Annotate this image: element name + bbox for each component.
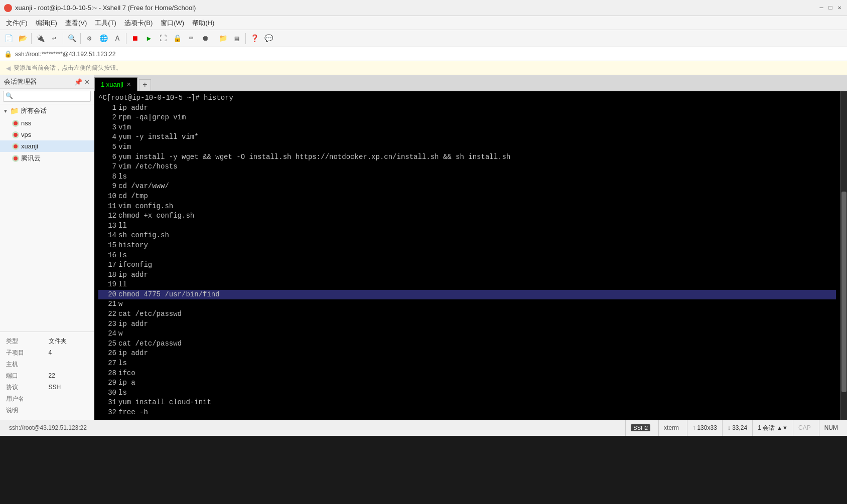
info-row-host: 主机 — [5, 359, 89, 370]
tab-xuanji[interactable]: 1 xuanji ✕ — [94, 77, 137, 91]
terminal-button[interactable]: ▤ — [230, 32, 243, 45]
xterm-badge: xterm — [664, 424, 679, 431]
info-row-protocol: 协议 SSH — [5, 382, 89, 393]
new-file-button[interactable]: 📄 — [2, 32, 15, 45]
toolbar-sep-1 — [31, 33, 32, 44]
sidebar-item-vps[interactable]: vps — [0, 129, 94, 140]
line-command: w — [118, 299, 122, 309]
menu-file[interactable]: 文件(F) — [2, 18, 32, 29]
line-command: ll — [118, 280, 127, 290]
terminal[interactable]: ^C[root@ip-10-0-10-5 ~]# history 1ip add… — [94, 91, 840, 420]
line-number: 10 — [98, 192, 116, 202]
menu-view[interactable]: 查看(V) — [61, 18, 91, 29]
line-command: ip addr — [118, 270, 148, 280]
xuanji-session-icon — [12, 143, 19, 150]
terminal-line-29: 29ip a — [98, 378, 836, 388]
close-button[interactable]: ✕ — [836, 5, 843, 12]
sidebar-item-xuanji[interactable]: xuanji — [0, 140, 94, 152]
record-button[interactable]: ⏺ — [199, 32, 212, 45]
sidebar: 会话管理器 📌 ✕ ▼ 📁 所有会话 nss — [0, 75, 94, 420]
line-number: 1 — [98, 103, 116, 113]
terminal-line-5: 5vim — [98, 142, 836, 152]
scrollbar[interactable] — [840, 91, 847, 420]
all-sessions-label: 所有会话 — [21, 106, 47, 115]
sidebar-header-icons: 📌 ✕ — [74, 78, 90, 86]
line-number: 22 — [98, 309, 116, 319]
terminal-line-19: 19ll — [98, 280, 836, 290]
line-number: 18 — [98, 270, 116, 280]
search-icon[interactable]: 🔍 — [65, 32, 78, 45]
toolbar-sep-6 — [245, 33, 246, 44]
lock-button[interactable]: 🔒 — [171, 32, 184, 45]
pin-icon[interactable]: 📌 — [74, 78, 82, 86]
line-command: ip addr — [118, 319, 148, 329]
info-label-desc: 说明 — [5, 405, 47, 416]
size-text: ↑ 130x33 — [692, 424, 717, 431]
line-number: 7 — [98, 162, 116, 172]
settings-button[interactable]: ⚙ — [83, 32, 96, 45]
maximize-button[interactable]: □ — [827, 5, 834, 12]
terminal-line-23: 23ip addr — [98, 319, 836, 329]
line-command: ls — [118, 251, 127, 261]
terminal-line-4: 4yum -y install vim* — [98, 132, 836, 142]
stop-button[interactable]: ⏹ — [128, 32, 142, 45]
menu-help[interactable]: 帮助(H) — [188, 18, 218, 29]
terminal-line-26: 26ip addr — [98, 349, 836, 359]
line-number: 19 — [98, 280, 116, 290]
scrollbar-thumb[interactable] — [841, 192, 846, 392]
new-tab-button[interactable]: + — [139, 79, 151, 91]
tree-root-all-sessions[interactable]: ▼ 📁 所有会话 — [0, 104, 94, 117]
chat-button[interactable]: 💬 — [262, 32, 275, 45]
status-connection: ssh://root@43.192.51.123:22 — [4, 420, 626, 436]
menu-window[interactable]: 窗口(W) — [157, 18, 188, 29]
status-bar: ssh://root@43.192.51.123:22 SSH2 xterm ↑… — [0, 420, 847, 436]
terminal-line-27: 27ls — [98, 359, 836, 369]
window-title: xuanji - root@ip-10-0-10-5:~ - Xshell 7 … — [15, 4, 818, 12]
open-button[interactable]: 📂 — [16, 32, 29, 45]
svg-point-2 — [14, 144, 18, 148]
font-button[interactable]: A — [111, 32, 124, 45]
terminal-line-28: 28ifco — [98, 369, 836, 379]
xuanji-label: xuanji — [21, 142, 38, 150]
line-number: 6 — [98, 152, 116, 162]
app-icon — [4, 4, 12, 12]
terminal-line-14: 14sh config.sh — [98, 231, 836, 241]
menu-tools[interactable]: 工具(T) — [91, 18, 120, 29]
sidebar-item-tencentcloud[interactable]: 腾讯云 — [0, 152, 94, 165]
line-number: 3 — [98, 123, 116, 133]
menu-edit[interactable]: 编辑(E) — [32, 18, 61, 29]
terminal-line-31: 31yum install cloud-init — [98, 398, 836, 408]
search-input[interactable] — [3, 91, 91, 102]
lock-icon: 🔒 — [4, 50, 12, 58]
terminal-line-22: 22cat /etc/passwd — [98, 309, 836, 319]
sidebar-header: 会话管理器 📌 ✕ — [0, 75, 94, 89]
info-value-type: 文件夹 — [48, 336, 89, 347]
terminal-line-25: 25cat /etc/passwd — [98, 339, 836, 349]
globe-button[interactable]: 🌐 — [97, 32, 110, 45]
terminal-line-24: 24w — [98, 329, 836, 339]
info-row-type: 类型 文件夹 — [5, 336, 89, 347]
terminal-line-9: 9cd /var/www/ — [98, 182, 836, 192]
folder-button[interactable]: 📁 — [216, 32, 229, 45]
line-number: 31 — [98, 398, 116, 408]
line-command: ls — [118, 172, 127, 182]
disconnect-button[interactable]: ↩ — [48, 32, 61, 45]
minimize-button[interactable]: — — [818, 5, 825, 12]
line-number: 12 — [98, 211, 116, 221]
key-button[interactable]: ⌨ — [185, 32, 198, 45]
line-number: 15 — [98, 241, 116, 251]
tab-close-xuanji[interactable]: ✕ — [126, 81, 131, 88]
terminal-line-1: 1ip addr — [98, 103, 836, 113]
hint-arrow-icon: ◀ — [6, 65, 11, 72]
line-number: 2 — [98, 113, 116, 123]
collapse-icon: ▼ — [3, 108, 8, 114]
menu-tab[interactable]: 选项卡(B) — [120, 18, 157, 29]
sidebar-close-icon[interactable]: ✕ — [84, 78, 90, 86]
connect-button[interactable]: 🔌 — [34, 32, 47, 45]
sidebar-tree: ▼ 📁 所有会话 nss vps xuanji — [0, 104, 94, 331]
resize-button[interactable]: ⛶ — [157, 32, 170, 45]
sidebar-item-nss[interactable]: nss — [0, 117, 94, 129]
line-command: ip a — [118, 378, 135, 388]
help-button[interactable]: ❓ — [248, 32, 261, 45]
play-button[interactable]: ▶ — [143, 32, 156, 45]
